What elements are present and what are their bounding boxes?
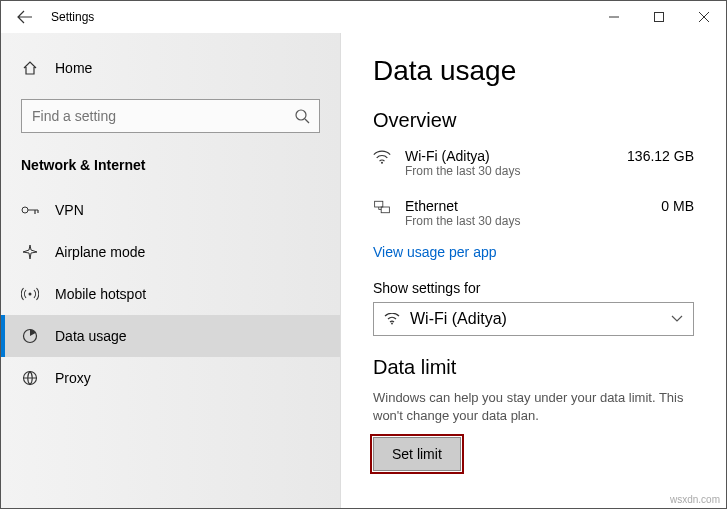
sidebar-item-label: Data usage <box>55 328 127 344</box>
proxy-icon <box>21 369 39 387</box>
view-usage-link[interactable]: View usage per app <box>373 244 497 260</box>
svg-rect-7 <box>375 201 383 207</box>
network-sub: From the last 30 days <box>405 214 647 228</box>
maximize-button[interactable] <box>636 1 681 33</box>
data-limit-heading: Data limit <box>373 356 694 379</box>
sidebar-item-label: Mobile hotspot <box>55 286 146 302</box>
search-icon <box>294 108 310 124</box>
data-usage-icon <box>21 327 39 345</box>
selected-network-label: Wi-Fi (Aditya) <box>410 310 507 328</box>
minimize-icon <box>609 12 619 22</box>
maximize-icon <box>654 12 664 22</box>
overview-row-ethernet: Ethernet From the last 30 days 0 MB <box>373 192 694 242</box>
wifi-icon <box>384 313 400 325</box>
sidebar-item-vpn[interactable]: VPN <box>1 189 340 231</box>
airplane-icon <box>21 243 39 261</box>
sidebar-item-data-usage[interactable]: Data usage <box>1 315 340 357</box>
network-sub: From the last 30 days <box>405 164 613 178</box>
network-name: Ethernet <box>405 198 647 214</box>
show-settings-label: Show settings for <box>373 280 694 296</box>
network-usage-value: 136.12 GB <box>627 148 694 164</box>
chevron-down-icon <box>671 315 683 323</box>
svg-point-1 <box>296 110 306 120</box>
overview-row-wifi: Wi-Fi (Aditya) From the last 30 days 136… <box>373 142 694 192</box>
sidebar-item-label: Airplane mode <box>55 244 145 260</box>
sidebar-item-hotspot[interactable]: Mobile hotspot <box>1 273 340 315</box>
back-arrow-icon <box>17 9 33 25</box>
sidebar-item-proxy[interactable]: Proxy <box>1 357 340 399</box>
svg-point-9 <box>391 323 393 325</box>
close-button[interactable] <box>681 1 726 33</box>
home-nav-item[interactable]: Home <box>1 51 340 85</box>
sidebar-item-label: Proxy <box>55 370 91 386</box>
sidebar-section-header: Network & Internet <box>1 151 340 189</box>
vpn-icon <box>21 201 39 219</box>
close-icon <box>699 12 709 22</box>
svg-rect-0 <box>654 13 663 22</box>
watermark: wsxdn.com <box>670 494 720 505</box>
minimize-button[interactable] <box>591 1 636 33</box>
svg-rect-8 <box>381 207 389 213</box>
home-label: Home <box>55 60 92 76</box>
svg-point-6 <box>381 162 383 164</box>
home-icon <box>21 59 39 77</box>
sidebar: Home Network & Internet VPN Airplane mod… <box>1 33 341 508</box>
window-titlebar: Settings <box>1 1 726 33</box>
set-limit-button[interactable]: Set limit <box>373 437 461 471</box>
data-limit-description: Windows can help you stay under your dat… <box>373 389 694 425</box>
search-input[interactable] <box>21 99 320 133</box>
ethernet-icon <box>373 198 391 216</box>
network-select[interactable]: Wi-Fi (Aditya) <box>373 302 694 336</box>
network-name: Wi-Fi (Aditya) <box>405 148 613 164</box>
back-button[interactable] <box>9 1 41 33</box>
sidebar-item-label: VPN <box>55 202 84 218</box>
main-content: Data usage Overview Wi-Fi (Aditya) From … <box>341 33 726 508</box>
sidebar-item-airplane[interactable]: Airplane mode <box>1 231 340 273</box>
svg-point-3 <box>29 293 32 296</box>
network-usage-value: 0 MB <box>661 198 694 214</box>
svg-point-2 <box>22 207 28 213</box>
overview-heading: Overview <box>373 109 694 132</box>
app-title: Settings <box>51 10 94 24</box>
hotspot-icon <box>21 285 39 303</box>
page-title: Data usage <box>373 55 694 87</box>
window-controls <box>591 1 726 33</box>
wifi-icon <box>373 148 391 166</box>
